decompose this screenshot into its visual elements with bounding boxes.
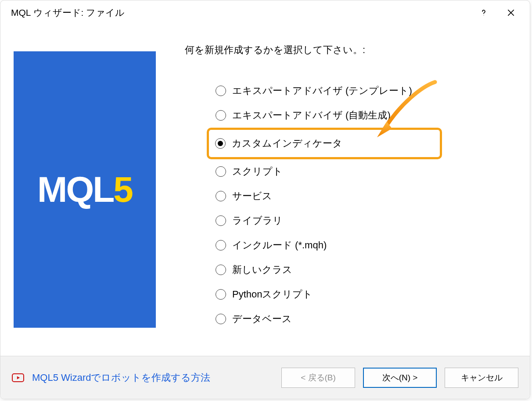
radio-icon <box>215 138 226 149</box>
radio-icon <box>216 166 226 177</box>
radio-option-new-class[interactable]: 新しいクラス <box>214 258 512 282</box>
radio-option-expert-template[interactable]: エキスパートアドバイザ (テンプレート) <box>214 79 512 103</box>
radio-label: 新しいクラス <box>232 263 292 276</box>
radio-label: インクルード (*.mqh) <box>232 239 327 252</box>
radio-icon <box>216 289 226 300</box>
radio-icon <box>216 265 226 275</box>
annotation-arrow-icon <box>374 78 444 139</box>
back-button[interactable]: < 戻る(B) <box>281 368 355 388</box>
radio-label: カスタムインディケータ <box>232 137 342 150</box>
side-banner: MQL5 <box>14 51 156 328</box>
logo-text-right: 5 <box>113 169 132 209</box>
mql5-logo: MQL5 <box>37 169 132 210</box>
radio-label: データベース <box>232 312 292 326</box>
next-button[interactable]: 次へ(N) > <box>363 368 437 388</box>
dialog-title: MQL ウィザード: ファイル <box>11 7 470 19</box>
radio-option-python-script[interactable]: Pythonスクリプト <box>214 282 512 307</box>
radio-icon <box>216 86 226 96</box>
close-icon <box>507 8 515 17</box>
help-icon <box>479 8 488 17</box>
close-button[interactable] <box>497 2 525 23</box>
wizard-dialog: MQL ウィザード: ファイル MQL5 何を新規作成するかを選択して下さい。:… <box>0 0 530 399</box>
radio-label: ライブラリ <box>232 214 283 227</box>
dialog-content: MQL5 何を新規作成するかを選択して下さい。: エキスパートアドバイザ (テン… <box>0 25 530 356</box>
radio-icon <box>216 240 226 251</box>
titlebar: MQL ウィザード: ファイル <box>0 0 530 25</box>
radio-option-service[interactable]: サービス <box>214 184 512 208</box>
radio-label: サービス <box>232 190 272 203</box>
logo-text-left: MQL <box>37 169 113 209</box>
radio-label: Pythonスクリプト <box>232 288 313 301</box>
wizard-type-radio-group: エキスパートアドバイザ (テンプレート) エキスパートアドバイザ (自動生成) … <box>214 79 512 331</box>
radio-option-script[interactable]: スクリプト <box>214 159 512 184</box>
prompt-label: 何を新規作成するかを選択して下さい。: <box>185 43 365 57</box>
help-button[interactable] <box>470 2 497 23</box>
radio-option-include[interactable]: インクルード (*.mqh) <box>214 233 512 258</box>
radio-icon <box>216 215 226 226</box>
radio-label: エキスパートアドバイザ (自動生成) <box>232 109 391 122</box>
radio-option-expert-autogen[interactable]: エキスパートアドバイザ (自動生成) <box>214 103 512 128</box>
radio-icon <box>216 110 226 121</box>
help-link-label: MQL5 Wizardでロボットを作成する方法 <box>32 371 210 384</box>
cancel-button[interactable]: キャンセル <box>445 368 518 388</box>
radio-option-database[interactable]: データベース <box>214 307 512 331</box>
dialog-footer: MQL5 Wizardでロボットを作成する方法 < 戻る(B) 次へ(N) > … <box>0 356 530 399</box>
radio-option-library[interactable]: ライブラリ <box>214 208 512 233</box>
svg-point-0 <box>484 15 484 15</box>
youtube-icon <box>12 373 24 382</box>
radio-icon <box>216 314 226 324</box>
radio-label: スクリプト <box>232 165 283 178</box>
help-link[interactable]: MQL5 Wizardでロボットを作成する方法 <box>12 371 273 384</box>
radio-icon <box>216 191 226 201</box>
